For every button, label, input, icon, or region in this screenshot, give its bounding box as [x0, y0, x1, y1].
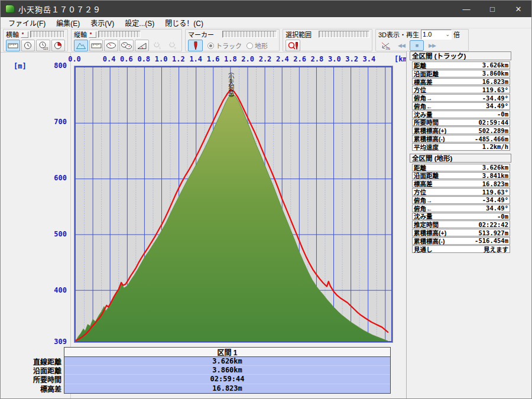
- stat-label: 推定時間: [414, 220, 439, 229]
- stat-label: 所要時間: [414, 118, 439, 126]
- title-bar: 小天狗岳１７０７２９ — □ ✕: [1, 1, 531, 17]
- vaxis-slope-button[interactable]: [135, 40, 149, 51]
- info-panel: 全区間 (トラック)距離3.626km沿面距離3.860km標高差16.823m…: [406, 51, 531, 398]
- stat-row: 俯角→-34.49°: [412, 94, 510, 102]
- menu-item-1[interactable]: 編集(E): [51, 17, 85, 28]
- stat-row: 方位119.63°: [412, 188, 510, 196]
- pie-clock-icon: [53, 41, 63, 50]
- svg-text:n: n: [174, 46, 176, 50]
- haxis-clock123-button[interactable]: 123: [36, 40, 50, 51]
- marker-slider[interactable]: [222, 31, 277, 38]
- stat-label: 標高差: [414, 179, 433, 188]
- view-3d-toggle-button[interactable]: 3D: [378, 40, 393, 51]
- playback-speed-select[interactable]: 1.0 ⌄: [421, 30, 452, 40]
- segment-table-labels: 直線距離沿面距離所要時間標高差: [16, 357, 61, 393]
- speedometer-icon: [106, 41, 116, 50]
- svg-text:1: 1: [159, 46, 161, 50]
- y-tick-label: 500: [42, 230, 67, 238]
- stat-label: 累積標高(+): [414, 228, 446, 237]
- vaxis-multi-gauge-button[interactable]: [119, 40, 134, 51]
- marker-pen-button[interactable]: [188, 40, 203, 51]
- vaxis-slider[interactable]: [98, 31, 141, 38]
- segment-row-label: 直線距離: [16, 357, 61, 366]
- stat-label: 俯角←: [414, 102, 433, 111]
- stop-button[interactable]: ■: [410, 40, 424, 51]
- ruler-icon: [91, 41, 102, 50]
- segment-row-label: 沿面距離: [16, 366, 61, 375]
- section-header-0: 全区間 (トラック): [410, 51, 511, 60]
- vaxis-elevation-button[interactable]: [74, 40, 88, 51]
- stat-row: 沈み量-0m: [412, 111, 510, 118]
- rewind-button[interactable]: ◀◀: [394, 40, 408, 51]
- haxis-pie-clock-button[interactable]: [51, 40, 66, 51]
- selection-glasses-button[interactable]: [286, 40, 300, 51]
- stat-label: 俯角→: [414, 93, 433, 102]
- radio-dot-icon: [246, 43, 253, 49]
- marker-pen-icon: [192, 41, 200, 50]
- stat-value: 16.823m: [482, 78, 508, 85]
- radio-dot-icon: [207, 43, 214, 49]
- stat-row: 俯角←34.49°: [412, 102, 510, 110]
- haxis-distance-button[interactable]: [6, 40, 20, 51]
- segment-value-row: 02:59:44: [64, 375, 390, 384]
- y-tick-label: 700: [42, 118, 67, 126]
- stat-label: 累積標高(-): [414, 236, 445, 245]
- close-button[interactable]: ✕: [505, 1, 531, 17]
- x-tick-label: 0.0: [64, 55, 85, 63]
- stat-row: 見通し見えます: [412, 245, 510, 253]
- stat-row: 標高差16.823m: [412, 180, 510, 187]
- segment-value-row: 16.823m: [64, 384, 390, 393]
- y-tick-label: 400: [42, 286, 67, 294]
- play-button[interactable]: ▶▶: [425, 40, 439, 51]
- svg-text:3D: 3D: [385, 47, 390, 50]
- peak-annotation: （小天狗岳）: [227, 69, 234, 100]
- stat-value: 3.626km: [482, 164, 508, 171]
- selection-group: 選択範囲: [283, 29, 372, 51]
- selection-label: 選択範囲: [286, 30, 312, 39]
- stat-row: 推定時間02:22:42: [412, 220, 510, 228]
- maximize-button[interactable]: □: [479, 1, 505, 17]
- stat-value: 1.2km/h: [482, 143, 508, 150]
- stat-row: 累積標高(-)-516.454m: [412, 237, 510, 245]
- vaxis-distance-button[interactable]: [89, 40, 103, 51]
- toolbar: 横軸 123 縦軸: [1, 28, 531, 53]
- stat-value: 3.860km: [482, 70, 508, 77]
- y-tick-label: 600: [42, 174, 67, 182]
- haxis-slider[interactable]: [30, 31, 64, 38]
- marker-group: マーカー トラック 地形: [185, 29, 280, 51]
- elevation-plot[interactable]: [74, 66, 392, 342]
- menu-item-2[interactable]: 表示(V): [85, 17, 119, 28]
- playback-label: 3D表示・再生: [378, 30, 419, 39]
- radio-terrain[interactable]: 地形: [246, 41, 268, 50]
- stat-value: 16.823m: [482, 180, 508, 187]
- angle-icon: [137, 41, 147, 50]
- haxis-clock-button[interactable]: [21, 40, 35, 51]
- menu-item-3[interactable]: 設定...(S): [119, 17, 160, 28]
- selection-slider[interactable]: [319, 31, 369, 38]
- menu-item-4[interactable]: 閉じる！(C): [160, 17, 209, 28]
- vaxis-reset-button[interactable]: [89, 31, 96, 38]
- stat-value: 3.626km: [482, 61, 508, 69]
- stat-label: 俯角→: [414, 196, 433, 205]
- plug-1-button: 1: [150, 40, 164, 51]
- stat-row: 方位119.63°: [412, 86, 510, 93]
- section-header-1: 全区間 (地形): [410, 154, 511, 163]
- window-title: 小天狗岳１７０７２９: [18, 4, 101, 15]
- segment-value-row: 3.860km: [64, 366, 390, 375]
- stat-row: 標高差16.823m: [412, 78, 510, 86]
- stat-label: 沈み量: [414, 212, 433, 220]
- stat-value: -0m: [497, 213, 508, 220]
- playback-group: 3D表示・再生 1.0 ⌄ 倍 3D ◀◀ ■ ▶▶: [375, 29, 469, 51]
- stat-row: 沿面距離3.841km: [412, 172, 510, 180]
- minimize-button[interactable]: —: [453, 1, 479, 17]
- vaxis-speed-button[interactable]: [104, 40, 118, 51]
- stat-value: -34.49°: [482, 196, 508, 203]
- stat-value: 119.63°: [482, 86, 508, 93]
- plug-1-icon: 1: [151, 41, 162, 50]
- menu-item-0[interactable]: ファイル(F): [3, 17, 51, 28]
- stat-row: 距離3.626km: [412, 164, 510, 171]
- segment-row-label: 所要時間: [16, 375, 61, 384]
- radio-track[interactable]: トラック: [207, 41, 242, 50]
- mountain-icon: [76, 41, 86, 50]
- haxis-reset-button[interactable]: [21, 31, 28, 38]
